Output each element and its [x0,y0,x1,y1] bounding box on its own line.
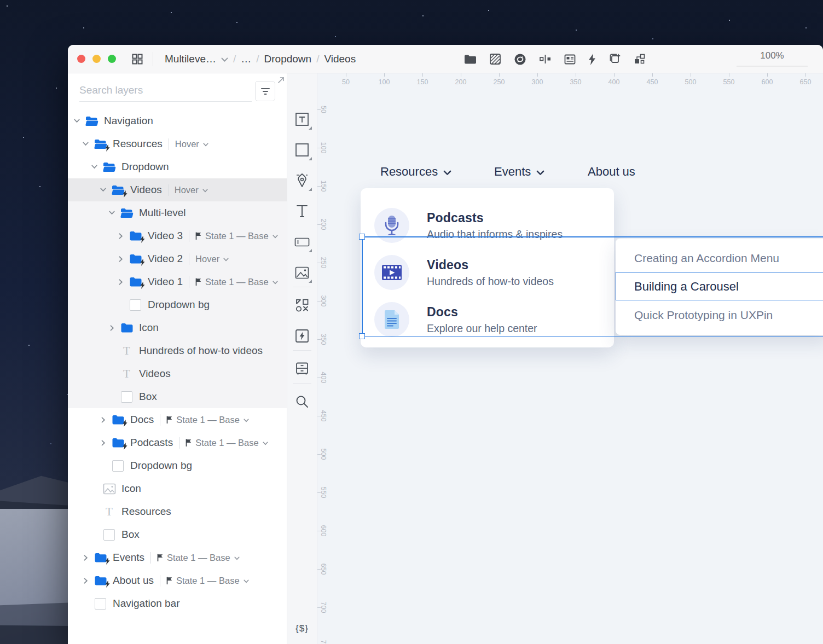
state-selector[interactable]: Hover [195,254,229,264]
bolt-icon[interactable] [588,54,596,65]
layer-label: Navigation bar [113,597,180,610]
caret-down-icon[interactable] [81,142,90,146]
dropdown-item[interactable]: Videos Hundreds of how-to videos [361,249,614,296]
layer-row[interactable]: TVideos [68,362,287,385]
search-input[interactable] [79,82,252,102]
caret-right-icon[interactable] [107,325,117,331]
caret-right-icon[interactable] [98,417,108,423]
dropdown-item[interactable]: Docs Explore our help center [361,296,614,343]
shapes-tool[interactable] [287,290,317,321]
filter-button[interactable] [255,81,275,101]
layer-row[interactable]: About us State 1 — Base [68,569,287,592]
design-nav-item[interactable]: Events [494,165,544,179]
input-tool[interactable] [287,227,317,257]
caret-right-icon[interactable] [116,233,125,239]
submenu-item[interactable]: Creating an Accordion Menu [616,244,823,272]
caret-right-icon[interactable] [98,440,108,446]
state-selector[interactable]: State 1 — Base [195,277,278,287]
expand-panel-icon[interactable] [277,77,285,84]
tool-options-indicator [309,126,312,130]
layer-row[interactable]: Video 3 State 1 — Base [68,224,287,247]
text-box-tool[interactable] [287,104,317,135]
folder-icon[interactable] [464,54,477,65]
state-selector[interactable]: State 1 — Base [166,576,249,586]
components-icon[interactable] [634,53,646,65]
layer-row[interactable]: Video 1 State 1 — Base [68,270,287,293]
caret-down-icon[interactable] [72,119,82,123]
state-selector[interactable]: Hover [175,185,208,195]
layer-row[interactable]: THundreds of how-to videos [68,339,287,362]
layer-row[interactable]: Icon [68,316,287,339]
duplicate-icon[interactable] [608,53,621,65]
caret-down-icon[interactable] [90,165,99,169]
pattern-fill-icon[interactable] [489,53,501,65]
layer-row[interactable]: Box [68,385,287,408]
palette-divider [293,287,311,287]
library-tool[interactable] [287,353,317,384]
sync-icon[interactable] [514,53,526,66]
layer-row[interactable]: Navigation bar [68,592,287,615]
submenu-item[interactable]: Building a Carousel [616,272,823,301]
layer-row[interactable]: Resources Hover [68,132,287,155]
pen-tool[interactable] [287,165,317,196]
h-ruler-label: 450 [647,78,658,86]
align-icon[interactable] [539,54,552,64]
breadcrumb-item[interactable]: Dropdown [264,53,312,65]
caret-right-icon[interactable] [81,555,90,561]
layer-row[interactable]: Video 2 Hover [68,247,287,270]
caret-right-icon[interactable] [116,256,125,262]
caret-right-icon[interactable] [116,279,125,285]
layer-row[interactable]: Podcasts State 1 — Base [68,431,287,454]
layer-row[interactable]: Box [68,523,287,546]
layer-row[interactable]: Docs State 1 — Base [68,408,287,431]
layer-row[interactable]: Navigation [68,109,287,132]
layer-row[interactable]: Dropdown bg [68,293,287,316]
layout-grid-icon[interactable] [131,53,143,65]
design-nav-item[interactable]: About us [588,165,635,179]
design-nav-item[interactable]: Resources [380,165,451,179]
chevron-down-icon[interactable] [221,57,228,62]
box-layer-icon [102,529,117,541]
close-button[interactable] [77,55,85,63]
layer-row[interactable]: Icon [68,477,287,500]
text-tool[interactable] [287,196,317,227]
layer-row[interactable]: Dropdown [68,155,287,178]
layer-row[interactable]: Videos Hover [68,178,287,201]
image-tool[interactable] [287,257,317,288]
state-selector[interactable]: State 1 — Base [186,438,268,448]
layer-row[interactable]: Events State 1 — Base [68,546,287,569]
interactions-tool[interactable] [287,321,317,351]
state-label: State 1 — Base [205,231,269,241]
breadcrumb-root[interactable]: Multileve… [165,53,216,65]
caret-down-icon[interactable] [107,211,117,215]
selection-handle-bottom-left[interactable] [359,333,365,339]
state-selector[interactable]: Hover [175,139,208,149]
v-ruler-label: 450 [320,410,327,422]
layer-row[interactable]: TResources [68,500,287,523]
state-label: Hover [175,185,199,195]
state-divider [168,184,169,196]
folder-open-icon [119,207,134,219]
dropdown-panel[interactable]: Podcasts Audio that informs & inspires V… [361,188,614,347]
submenu-item[interactable]: Quick Prototyping in UXPin [616,301,823,329]
expand-button[interactable] [108,55,116,63]
selection-handle-top-left[interactable] [359,234,365,240]
dropdown-item[interactable]: Podcasts Audio that informs & inspires [361,202,614,249]
rectangle-tool[interactable] [287,135,317,165]
breadcrumb-ellipsis[interactable]: … [241,53,251,65]
zoom-level-control[interactable]: 100% [737,50,808,67]
submenu-panel[interactable]: Creating an Accordion MenuBuilding a Car… [616,239,823,335]
state-selector[interactable]: State 1 — Base [195,231,278,241]
article-icon[interactable] [564,54,576,65]
state-selector[interactable]: State 1 — Base [166,415,249,425]
layer-row[interactable]: Multi-level [68,201,287,224]
minimize-button[interactable] [92,55,101,63]
search-tool[interactable] [287,386,317,417]
caret-down-icon[interactable] [98,188,108,192]
caret-right-icon[interactable] [81,578,90,584]
breadcrumb-item[interactable]: Videos [324,53,356,65]
tool-palette: {$} [287,73,317,644]
layer-row[interactable]: Dropdown bg [68,454,287,477]
variables-tool[interactable]: {$} [287,618,317,640]
state-selector[interactable]: State 1 — Base [157,553,240,563]
